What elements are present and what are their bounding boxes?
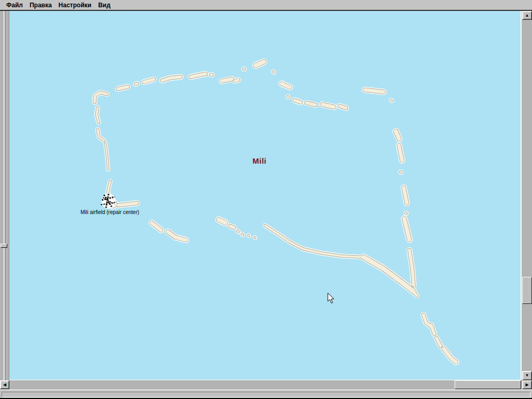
- zoom-slider-handle[interactable]: [1, 244, 7, 248]
- vertical-scrollbar[interactable]: ▲ ▼: [522, 11, 532, 380]
- up-arrow-icon: ▲: [525, 14, 529, 18]
- status-bar: [0, 390, 532, 398]
- vertical-scrollbar-thumb[interactable]: [522, 277, 532, 304]
- down-arrow-icon: ▼: [525, 374, 529, 378]
- zoom-slider[interactable]: [0, 11, 9, 380]
- left-arrow-icon: ◀: [3, 383, 6, 387]
- airfield-label: Mili airfield (repair center): [81, 209, 139, 215]
- menu-view[interactable]: Вид: [96, 1, 113, 9]
- scroll-down-button[interactable]: ▼: [522, 371, 532, 380]
- status-panel: [2, 392, 530, 397]
- scroll-right-button[interactable]: ▶: [522, 380, 532, 389]
- menu-edit[interactable]: Правка: [28, 1, 54, 9]
- right-arrow-icon: ▶: [525, 383, 528, 387]
- atoll-map-graphic: [9, 11, 521, 380]
- menu-file[interactable]: Файл: [4, 1, 25, 9]
- horizontal-scrollbar-thumb[interactable]: [455, 380, 521, 389]
- region-label: Mili: [252, 156, 267, 165]
- scroll-up-button[interactable]: ▲: [522, 11, 532, 20]
- menu-bar: Файл Правка Настройки Вид: [0, 0, 532, 10]
- zoom-slider-track[interactable]: [4, 11, 5, 380]
- scroll-left-button[interactable]: ◀: [0, 380, 9, 389]
- horizontal-scrollbar[interactable]: ◀ ▶: [0, 380, 532, 389]
- map-viewport[interactable]: Mili Mili airfield (repair center): [9, 11, 522, 381]
- menu-settings[interactable]: Настройки: [57, 1, 94, 9]
